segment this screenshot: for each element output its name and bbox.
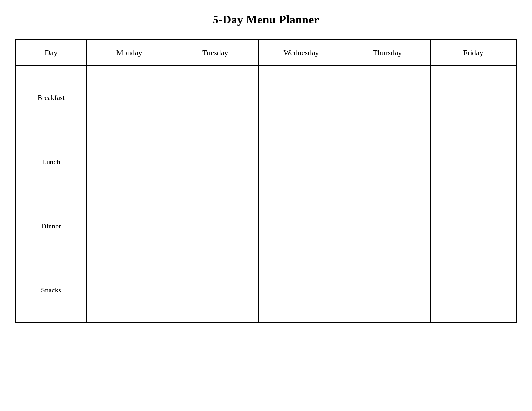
meal-label-dinner: Dinner bbox=[16, 194, 87, 258]
meal-label-snacks: Snacks bbox=[16, 258, 87, 323]
lunch-friday[interactable] bbox=[430, 130, 516, 194]
snacks-tuesday[interactable] bbox=[172, 258, 258, 323]
header-friday: Friday bbox=[430, 40, 516, 66]
table-row: Breakfast bbox=[16, 66, 517, 130]
snacks-friday[interactable] bbox=[430, 258, 516, 323]
breakfast-thursday[interactable] bbox=[344, 66, 430, 130]
snacks-monday[interactable] bbox=[86, 258, 172, 323]
header-monday: Monday bbox=[86, 40, 172, 66]
header-tuesday: Tuesday bbox=[172, 40, 258, 66]
lunch-tuesday[interactable] bbox=[172, 130, 258, 194]
dinner-friday[interactable] bbox=[430, 194, 516, 258]
menu-planner-table: Day Monday Tuesday Wednesday Thursday Fr… bbox=[15, 39, 517, 323]
dinner-wednesday[interactable] bbox=[258, 194, 344, 258]
meal-label-breakfast: Breakfast bbox=[16, 66, 87, 130]
table-row: Snacks bbox=[16, 258, 517, 323]
dinner-thursday[interactable] bbox=[344, 194, 430, 258]
breakfast-wednesday[interactable] bbox=[258, 66, 344, 130]
dinner-monday[interactable] bbox=[86, 194, 172, 258]
page-title: 5-Day Menu Planner bbox=[213, 13, 319, 26]
breakfast-friday[interactable] bbox=[430, 66, 516, 130]
snacks-thursday[interactable] bbox=[344, 258, 430, 323]
breakfast-monday[interactable] bbox=[86, 66, 172, 130]
snacks-wednesday[interactable] bbox=[258, 258, 344, 323]
table-row: Dinner bbox=[16, 194, 517, 258]
meal-label-lunch: Lunch bbox=[16, 130, 87, 194]
header-thursday: Thursday bbox=[344, 40, 430, 66]
lunch-monday[interactable] bbox=[86, 130, 172, 194]
header-day: Day bbox=[16, 40, 87, 66]
table-row: Lunch bbox=[16, 130, 517, 194]
breakfast-tuesday[interactable] bbox=[172, 66, 258, 130]
header-wednesday: Wednesday bbox=[258, 40, 344, 66]
lunch-wednesday[interactable] bbox=[258, 130, 344, 194]
table-header-row: Day Monday Tuesday Wednesday Thursday Fr… bbox=[16, 40, 517, 66]
lunch-thursday[interactable] bbox=[344, 130, 430, 194]
dinner-tuesday[interactable] bbox=[172, 194, 258, 258]
